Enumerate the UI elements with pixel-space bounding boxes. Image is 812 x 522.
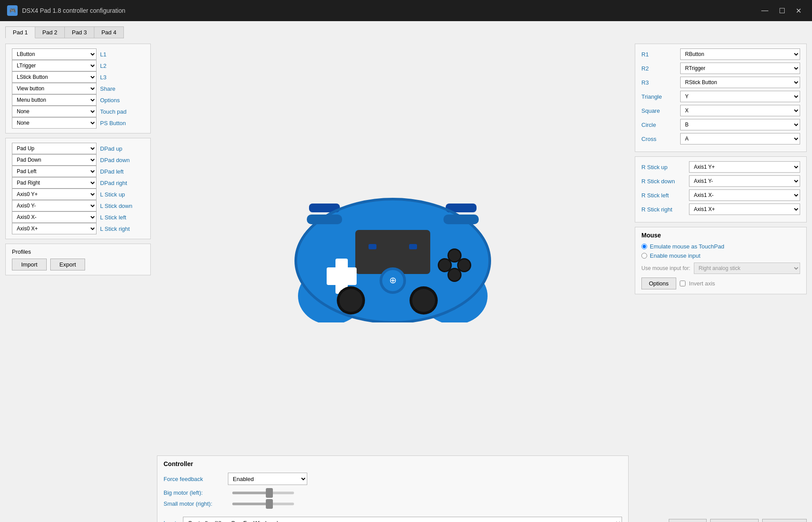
close-button[interactable]: ✕ [792,5,805,17]
l2-select[interactable]: LTrigger [12,60,97,71]
square-label: Square [641,107,677,114]
controller-image-area: ⊕ [157,44,629,451]
share-select[interactable]: View button [12,83,97,94]
rstick-down-select[interactable]: Axis1 Y- [689,175,800,187]
l3-select[interactable]: LStick Button [12,71,97,83]
mouse-radio-input-input[interactable] [641,253,647,259]
invert-axis-label: Invert axis [689,280,715,287]
mouse-section: Mouse Emulate mouse as TouchPad Enable m… [635,227,807,294]
right-panel: R1 RButton R2 RTrigger R3 RStick Button [635,44,807,522]
maximize-button[interactable]: ☐ [775,5,789,17]
cancel-button[interactable]: Cancel [710,519,759,522]
triangle-label: Triangle [641,93,677,100]
rstick-up-row: R Stick up Axis1 Y+ [641,161,800,173]
titlebar-left: 🎮 DSX4 Pad 1.8 controller configuration [7,5,125,16]
options-select[interactable]: Menu button [12,94,97,106]
export-button[interactable]: Export [50,259,86,270]
profiles-title: Profiles [12,248,144,255]
mouse-input-for-label: Use mouse input for: [641,265,690,271]
rstick-mappings: R Stick up Axis1 Y+ R Stick down Axis1 Y… [635,156,807,222]
rstick-left-select[interactable]: Axis1 X- [689,189,800,201]
controller-svg: ⊕ [283,173,503,322]
rstick-right-row: R Stick right Axis1 X+ [641,204,800,215]
dpad-up-select[interactable]: Pad Up [12,143,97,154]
square-select[interactable]: X [680,105,800,116]
mouse-input-for-row: Use mouse input for: Right analog stick [641,263,800,274]
options-row: Menu button Options [12,94,144,106]
circle-select[interactable]: B [680,119,800,130]
right-button-mappings: R1 RButton R2 RTrigger R3 RStick Button [635,44,807,152]
mouse-input-select: Right analog stick [694,263,800,274]
triangle-row: Triangle Y [641,91,800,102]
mouse-title: Mouse [641,232,800,239]
ok-button[interactable]: OK [669,519,707,522]
rstick-up-label: R Stick up [641,164,685,170]
input-select[interactable]: Controller (Xbox One For Windows) [183,517,622,522]
cross-select[interactable]: A [680,133,800,144]
circle-label: Circle [641,122,677,128]
lstick-right-select[interactable]: Axis0 X+ [12,223,97,234]
l1-select[interactable]: LButton [12,48,97,60]
r2-row: R2 RTrigger [641,63,800,74]
touchpad-select[interactable]: None [12,106,97,117]
triangle-select[interactable]: Y [680,91,800,102]
svg-rect-26 [409,244,417,249]
mouse-option2-label: Enable mouse input [650,252,700,259]
tab-pad4[interactable]: Pad 4 [94,26,124,38]
dpad-left-select[interactable]: Pad Left [12,166,97,177]
input-row: Input : Controller (Xbox One For Windows… [164,517,622,522]
psbutton-select[interactable]: None [12,117,97,129]
minimize-button[interactable]: — [758,5,772,17]
dpad-up-label: DPad up [100,145,144,152]
dpad-right-label: DPad right [100,180,144,186]
small-motor-slider[interactable] [232,503,307,505]
l1-row: LButton L1 [12,48,144,60]
apply-button[interactable]: Apply [762,519,807,522]
lstick-down-label: L Stick down [100,203,144,209]
small-motor-label: Small motor (right): [164,500,225,507]
tab-pad3[interactable]: Pad 3 [65,26,94,38]
r2-select[interactable]: RTrigger [680,63,800,74]
dpad-right-row: Pad Right DPad right [12,177,144,189]
dpad-right-select[interactable]: Pad Right [12,177,97,189]
r1-select[interactable]: RButton [680,48,800,60]
big-motor-row: Big motor (left): [164,489,307,496]
svg-point-13 [412,289,435,312]
r3-row: R3 RStick Button [641,77,800,88]
lstick-left-label: L Stick left [100,214,144,221]
lstick-right-row: Axis0 X+ L Stick right [12,223,144,234]
svg-rect-25 [369,244,376,249]
left-button-mappings: LButton L1 LTrigger L2 LStick Button L3 [5,44,151,133]
lstick-left-select[interactable]: Axis0 X- [12,211,97,223]
r1-row: R1 RButton [641,48,800,60]
lstick-down-select[interactable]: Axis0 Y- [12,200,97,211]
tab-pad1[interactable]: Pad 1 [5,26,35,38]
tab-pad2[interactable]: Pad 2 [35,26,65,38]
dpad-down-select[interactable]: Pad Down [12,154,97,166]
lstick-up-select[interactable]: Axis0 Y+ [12,189,97,200]
r2-label: R2 [641,65,677,72]
rstick-left-row: R Stick left Axis1 X- [641,189,800,201]
app-icon: 🎮 [7,5,18,16]
force-feedback-select[interactable]: Enabled Disabled [228,473,307,485]
small-motor-row: Small motor (right): [164,500,307,507]
rstick-right-select[interactable]: Axis1 X+ [689,204,800,215]
dpad-left-label: DPad left [100,168,144,175]
big-motor-label: Big motor (left): [164,489,225,496]
lstick-right-label: L Stick right [100,226,144,232]
dpad-left-row: Pad Left DPad left [12,166,144,177]
big-motor-slider[interactable] [232,492,307,494]
window-title: DSX4 Pad 1.8 controller configuration [22,7,125,14]
r3-select[interactable]: RStick Button [680,77,800,88]
mouse-options-button[interactable]: Options [641,278,676,289]
mouse-radio-touchpad-input[interactable] [641,244,647,249]
l3-label: L3 [100,74,144,81]
rstick-down-row: R Stick down Axis1 Y- [641,175,800,187]
l2-row: LTrigger L2 [12,60,144,71]
options-label: Options [100,97,144,104]
rstick-left-label: R Stick left [641,192,685,199]
import-button[interactable]: Import [12,259,47,270]
invert-axis-checkbox[interactable] [680,281,685,286]
rstick-up-select[interactable]: Axis1 Y+ [689,161,800,173]
center-panel: ⊕ Controller Force feedback [157,44,629,522]
